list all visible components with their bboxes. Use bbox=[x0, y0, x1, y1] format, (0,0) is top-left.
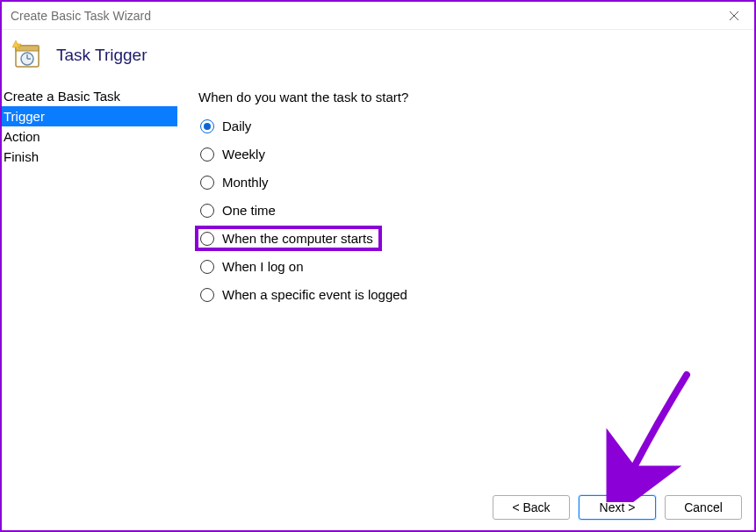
sidebar-step-action[interactable]: Action bbox=[2, 126, 177, 147]
titlebar: Create Basic Task Wizard bbox=[2, 2, 754, 30]
cancel-button[interactable]: Cancel bbox=[665, 495, 742, 520]
back-button[interactable]: < Back bbox=[493, 495, 570, 520]
sidebar-steps: Create a Basic Task Trigger Action Finis… bbox=[2, 86, 177, 485]
radio-icon bbox=[200, 260, 214, 274]
radio-icon bbox=[200, 119, 214, 133]
radio-icon bbox=[200, 232, 214, 246]
next-button[interactable]: Next > bbox=[579, 495, 656, 520]
option-log-on[interactable]: When I log on bbox=[198, 257, 309, 276]
radio-icon bbox=[200, 176, 214, 190]
option-label: Weekly bbox=[222, 147, 265, 162]
wizard-body: Create a Basic Task Trigger Action Finis… bbox=[2, 86, 754, 485]
radio-icon bbox=[200, 204, 214, 218]
sidebar-step-finish[interactable]: Finish bbox=[2, 147, 177, 167]
sidebar-step-create[interactable]: Create a Basic Task bbox=[2, 86, 177, 106]
main-panel: When do you want the task to start? Dail… bbox=[177, 86, 754, 485]
close-icon bbox=[729, 11, 739, 21]
wizard-footer: < Back Next > Cancel bbox=[2, 485, 754, 530]
option-weekly[interactable]: Weekly bbox=[198, 145, 270, 163]
option-one-time[interactable]: One time bbox=[198, 201, 281, 219]
radio-icon bbox=[200, 147, 214, 162]
option-label: Monthly bbox=[222, 175, 269, 190]
sidebar-step-trigger[interactable]: Trigger bbox=[2, 106, 177, 126]
option-label: One time bbox=[222, 203, 276, 218]
task-scheduler-icon bbox=[12, 40, 42, 70]
wizard-window: Create Basic Task Wizard Task Trigger Cr… bbox=[0, 0, 756, 532]
option-daily[interactable]: Daily bbox=[198, 117, 256, 135]
option-monthly[interactable]: Monthly bbox=[198, 173, 274, 191]
window-title: Create Basic Task Wizard bbox=[11, 9, 151, 23]
page-title: Task Trigger bbox=[56, 46, 147, 65]
wizard-header: Task Trigger bbox=[2, 30, 754, 86]
trigger-options: Daily Weekly Monthly One time When the c bbox=[198, 117, 754, 304]
option-label: Daily bbox=[222, 119, 251, 133]
radio-icon bbox=[200, 288, 214, 302]
option-specific-event[interactable]: When a specific event is logged bbox=[198, 285, 413, 304]
trigger-prompt: When do you want the task to start? bbox=[198, 90, 754, 104]
option-label: When a specific event is logged bbox=[222, 287, 407, 302]
option-label: When I log on bbox=[222, 259, 304, 274]
option-label: When the computer starts bbox=[222, 231, 373, 246]
option-computer-starts[interactable]: When the computer starts bbox=[198, 229, 378, 248]
close-button[interactable] bbox=[714, 2, 754, 29]
